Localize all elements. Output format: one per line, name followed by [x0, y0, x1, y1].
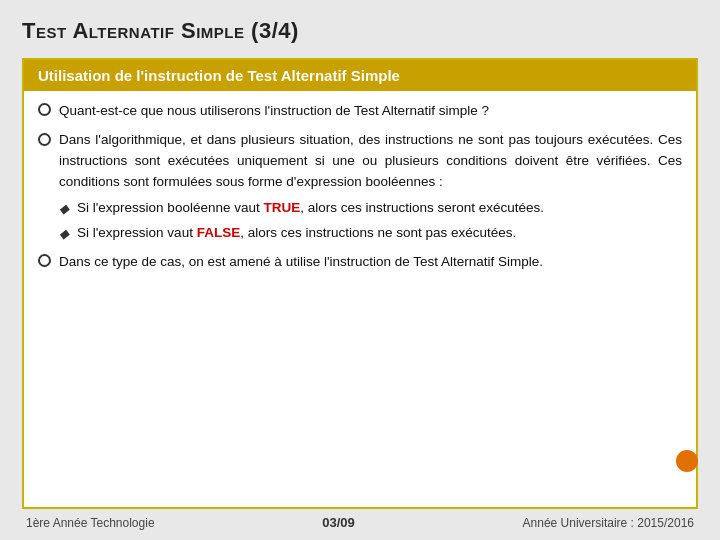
bullet-circle-1: [38, 103, 51, 116]
page-title: Test Alternatif Simple (3/4): [22, 18, 698, 44]
bullet-text-2: Dans l'algorithmique, et dans plusieurs …: [59, 130, 682, 244]
orange-dot: [676, 450, 698, 472]
content-header: Utilisation de l'instruction de Test Alt…: [24, 60, 696, 91]
sub-text-1: Si l'expression booléenne vaut TRUE, alo…: [77, 198, 682, 218]
highlight-true: TRUE: [263, 200, 300, 215]
content-body: Quant-est-ce que nous utiliserons l'inst…: [24, 91, 696, 507]
sub-bullet-1: ◆: [59, 199, 69, 219]
highlight-false: FALSE: [197, 225, 241, 240]
bullet-circle-3: [38, 254, 51, 267]
bullet-item-2: Dans l'algorithmique, et dans plusieurs …: [38, 130, 682, 244]
sub-items: ◆ Si l'expression booléenne vaut TRUE, a…: [59, 198, 682, 244]
bullet-circle-2: [38, 133, 51, 146]
footer: 1ère Année Technologie 03/09 Année Unive…: [22, 509, 698, 530]
bullet-text-3: Dans ce type de cas, on est amené à util…: [59, 252, 682, 273]
sub-item-1: ◆ Si l'expression booléenne vaut TRUE, a…: [59, 198, 682, 219]
slide-page: Test Alternatif Simple (3/4) Utilisation…: [0, 0, 720, 540]
sub-bullet-2: ◆: [59, 224, 69, 244]
bullet-text-1: Quant-est-ce que nous utiliserons l'inst…: [59, 101, 682, 122]
content-box: Utilisation de l'instruction de Test Alt…: [22, 58, 698, 509]
footer-center: 03/09: [322, 515, 355, 530]
footer-left: 1ère Année Technologie: [26, 516, 155, 530]
footer-right: Année Universitaire : 2015/2016: [523, 516, 694, 530]
sub-item-2: ◆ Si l'expression vaut FALSE, alors ces …: [59, 223, 682, 244]
bullet-item-3: Dans ce type de cas, on est amené à util…: [38, 252, 682, 273]
sub-text-2: Si l'expression vaut FALSE, alors ces in…: [77, 223, 682, 243]
bullet-item-1: Quant-est-ce que nous utiliserons l'inst…: [38, 101, 682, 122]
